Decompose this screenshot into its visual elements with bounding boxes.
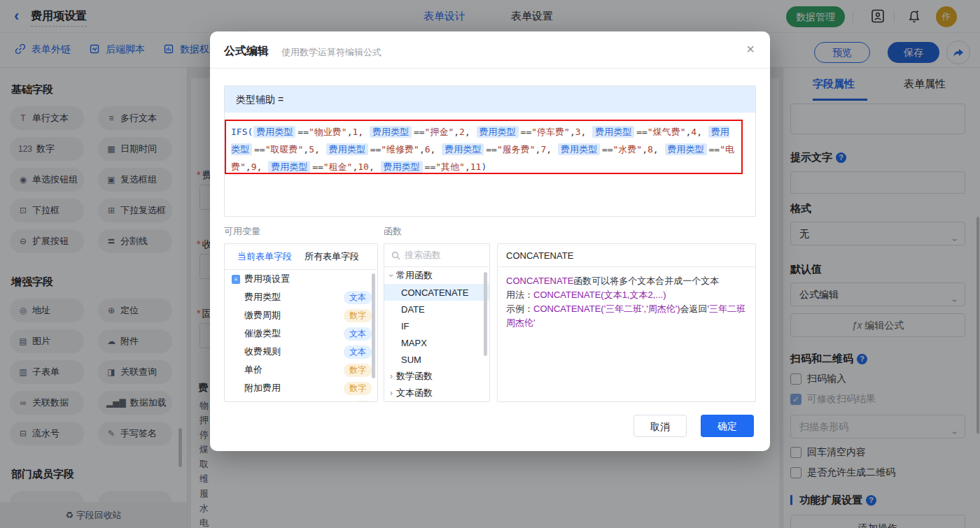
- function-name-header: CONCATENATE: [498, 244, 755, 267]
- string-token: "维修费": [381, 144, 419, 155]
- number-token: 10: [358, 162, 369, 172]
- number-token: 11: [470, 162, 482, 172]
- variable-chip: 费用类型: [253, 126, 295, 138]
- number-token: 2: [459, 127, 465, 137]
- variable-chip: 费用类型: [326, 143, 368, 155]
- field-type-badge: 文本: [344, 291, 372, 304]
- string-token: "停车费": [531, 127, 570, 137]
- number-token: 7: [540, 144, 546, 155]
- variable-chip: 费用类型: [477, 126, 519, 138]
- functions-box: 搜索函数 ›常用函数CONCATENATEDATEIFMAPXSUM›数学函数›…: [384, 243, 490, 402]
- function-item-row[interactable]: SUM: [384, 351, 489, 368]
- functions-scrollbar[interactable]: [484, 272, 487, 356]
- confirm-button[interactable]: 确定: [701, 415, 754, 437]
- variable-field-name: 收费规则: [244, 345, 344, 358]
- number-token: 3: [575, 127, 581, 137]
- field-type-badge: [354, 401, 372, 402]
- variable-field-row-clipped[interactable]: [225, 397, 377, 402]
- modal-title: 公式编辑: [224, 44, 269, 59]
- document-icon: ≡: [232, 275, 240, 284]
- number-token: 4: [691, 127, 696, 137]
- modal-subtitle: 使用数学运算符编辑公式: [281, 46, 382, 59]
- field-type-badge: 文本: [344, 327, 372, 341]
- function-item-row[interactable]: DATE: [384, 301, 489, 317]
- search-icon: [391, 251, 400, 260]
- variable-chip: 费用类型: [268, 161, 310, 173]
- field-type-badge: 数字: [344, 309, 372, 322]
- function-group-row[interactable]: ›数学函数: [384, 368, 489, 385]
- chevron-collapsed-icon: ›: [390, 388, 393, 398]
- number-token: 8: [648, 144, 653, 155]
- function-item-row[interactable]: MAPX: [384, 334, 489, 351]
- operator-token: ==: [312, 162, 323, 172]
- variable-field-row[interactable]: 缴费周期数字: [225, 306, 377, 324]
- operator-token: ==: [636, 127, 648, 137]
- formula-editor: 类型辅助 = IFS(费用类型=="物业费",1, 费用类型=="押金",2, …: [224, 85, 756, 217]
- tab-current-form-fields[interactable]: 当前表单字段: [237, 250, 292, 263]
- number-token: 9: [251, 162, 257, 172]
- function-label: IF: [401, 321, 410, 331]
- function-label: DATE: [401, 304, 425, 315]
- variable-field-name: 费用类型: [244, 291, 344, 304]
- function-search-input[interactable]: 搜索函数: [384, 244, 489, 267]
- function-group-row[interactable]: ›文本函数: [384, 385, 489, 401]
- variable-field-row[interactable]: 单价数字: [225, 361, 377, 379]
- operator-token: ==: [486, 144, 497, 155]
- function-label: SUM: [401, 355, 421, 365]
- function-label: CONCATENATE: [401, 287, 468, 298]
- description-text: 函数可以将多个文本合并成一个文本: [573, 276, 719, 286]
- function-label: 常用函数: [396, 269, 433, 282]
- variables-box: 当前表单字段 所有表单字段 ≡费用项设置费用类型文本缴费周期数字催缴类型文本收费…: [224, 243, 378, 402]
- operator-token: ==: [425, 162, 436, 172]
- variables-form-row[interactable]: ≡费用项设置: [225, 270, 377, 288]
- function-group-row[interactable]: ›常用函数: [384, 267, 489, 284]
- operator-token: ==: [602, 144, 613, 155]
- string-token: "其他": [435, 162, 465, 172]
- string-token: "取暖费": [265, 144, 304, 155]
- operator-token: ==: [298, 127, 309, 137]
- number-token: 5: [309, 144, 314, 155]
- function-ref: CONCATENATE('三年二班','周杰伦'): [533, 304, 680, 314]
- variable-field-name: 催缴类型: [244, 327, 344, 340]
- description-line: CONCATENATE函数可以将多个文本合并成一个文本: [506, 274, 747, 288]
- string-token: "租金": [323, 162, 353, 172]
- string-token: "物业费": [309, 127, 347, 137]
- field-type-badge: 数字: [344, 364, 372, 377]
- variable-field-row[interactable]: 附加费用数字: [225, 379, 377, 397]
- description-text: 用法：: [506, 290, 533, 300]
- close-icon[interactable]: ×: [746, 41, 755, 57]
- cancel-button[interactable]: 取消: [634, 415, 687, 437]
- variable-field-row[interactable]: 催缴类型文本: [225, 324, 377, 343]
- field-type-badge: 数字: [344, 382, 372, 395]
- variable-chip: 费用类型: [558, 143, 600, 155]
- function-item-row[interactable]: CONCATENATE: [384, 284, 489, 301]
- variable-chip: 费用类型: [442, 143, 484, 155]
- functions-label: 函数: [384, 225, 402, 238]
- string-token: "押金": [425, 127, 454, 137]
- function-label: 数学函数: [396, 370, 433, 383]
- function-name-token: IFS(: [231, 127, 253, 137]
- variable-chip: 费用类型: [370, 126, 412, 138]
- function-description: CONCATENATE函数可以将多个文本合并成一个文本用法：CONCATENAT…: [498, 267, 755, 337]
- string-token: "水费": [613, 144, 643, 155]
- variable-field-row[interactable]: 收费规则文本: [225, 343, 377, 361]
- variable-field-name: 附加费用: [244, 382, 344, 394]
- description-text: 会返回: [680, 304, 708, 314]
- formula-content[interactable]: IFS(费用类型=="物业费",1, 费用类型=="押金",2, 费用类型=="…: [226, 121, 741, 173]
- description-text: 示例：: [506, 304, 533, 314]
- annotation-red-box: IFS(费用类型=="物业费",1, 费用类型=="押金",2, 费用类型=="…: [225, 120, 743, 174]
- variables-scrollbar[interactable]: [372, 273, 375, 378]
- field-type-badge: 文本: [344, 345, 372, 359]
- function-item-row[interactable]: IF: [384, 317, 489, 334]
- tab-all-form-fields[interactable]: 所有表单字段: [304, 250, 359, 263]
- formula-edit-modal: 公式编辑 使用数学运算符编辑公式 × 类型辅助 = IFS(费用类型=="物业费…: [210, 31, 770, 451]
- variables-label: 可用变量: [224, 225, 260, 238]
- formula-target-bar: 类型辅助 =: [225, 86, 755, 113]
- variables-tabs: 当前表单字段 所有表单字段: [225, 244, 377, 270]
- operator-token: ==: [254, 144, 265, 155]
- function-description-box: CONCATENATE CONCATENATE函数可以将多个文本合并成一个文本用…: [497, 243, 756, 402]
- function-close-token: ): [481, 162, 486, 172]
- variable-chip: 费用类型: [665, 143, 707, 155]
- functions-tree: ›常用函数CONCATENATEDATEIFMAPXSUM›数学函数›文本函数: [384, 267, 489, 401]
- variable-field-row[interactable]: 费用类型文本: [225, 288, 377, 306]
